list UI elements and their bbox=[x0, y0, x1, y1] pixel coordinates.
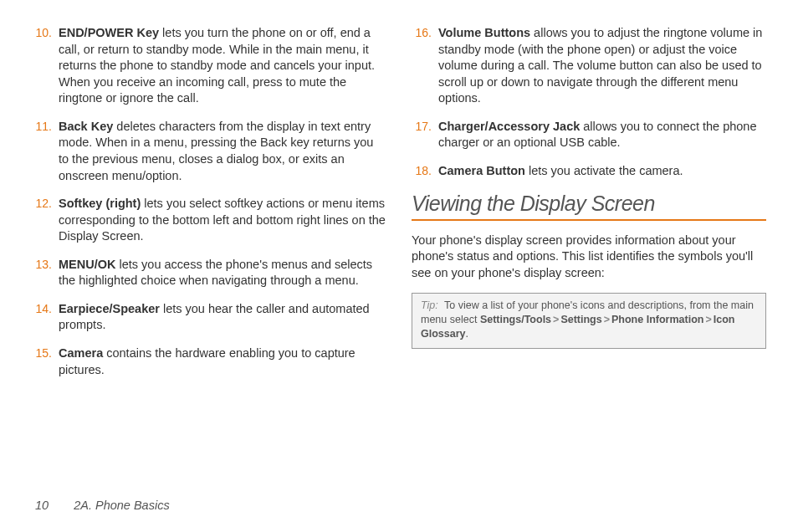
item-body: Charger/Accessory Jack allows you to con… bbox=[438, 119, 766, 151]
item-key: END/POWER Key bbox=[59, 26, 159, 39]
chapter-title: 2A. Phone Basics bbox=[74, 499, 169, 512]
chevron-right-icon: > bbox=[602, 314, 611, 325]
tip-path: Settings/Tools bbox=[480, 314, 551, 325]
item-number: 10. bbox=[32, 25, 59, 107]
item-key: Back Key bbox=[59, 120, 113, 133]
page-content: 10. END/POWER Key lets you turn the phon… bbox=[32, 25, 766, 390]
tip-path: Phone Information bbox=[611, 314, 703, 325]
item-number: 13. bbox=[32, 257, 59, 289]
item-number: 18. bbox=[412, 163, 438, 180]
item-body: END/POWER Key lets you turn the phone on… bbox=[59, 25, 386, 107]
list-item: 14. Earpiece/Speaker lets you hear the c… bbox=[32, 301, 386, 334]
item-number: 11. bbox=[32, 119, 59, 184]
list-item: 15. Camera contains the hardware enablin… bbox=[32, 345, 386, 378]
right-column: 16. Volume Buttons allows you to adjust … bbox=[412, 25, 766, 390]
item-body: Volume Buttons allows you to adjust the … bbox=[438, 25, 766, 107]
list-item: 12. Softkey (right) lets you select soft… bbox=[32, 196, 386, 245]
tip-label: Tip: bbox=[421, 299, 442, 311]
list-item: 18. Camera Button lets you activate the … bbox=[412, 163, 766, 180]
tip-trail: . bbox=[466, 328, 468, 340]
item-number: 14. bbox=[32, 301, 59, 334]
section-intro: Your phone's display screen provides inf… bbox=[412, 233, 766, 282]
item-text: contains the hardware enabling you to ca… bbox=[59, 346, 356, 376]
item-number: 15. bbox=[32, 345, 59, 378]
list-item: 13. MENU/OK lets you access the phone's … bbox=[32, 257, 386, 289]
page-number: 10 bbox=[35, 499, 49, 512]
item-key: Volume Buttons bbox=[438, 26, 530, 39]
item-key: Softkey (right) bbox=[59, 197, 141, 210]
item-key: Camera bbox=[59, 346, 103, 360]
tip-path: Settings bbox=[560, 314, 601, 325]
item-number: 17. bbox=[412, 119, 438, 151]
section-rule bbox=[412, 219, 766, 221]
item-body: MENU/OK lets you access the phone's menu… bbox=[59, 257, 386, 289]
item-text: lets you activate the camera. bbox=[525, 164, 683, 177]
chevron-right-icon: > bbox=[551, 314, 560, 325]
item-number: 16. bbox=[412, 25, 438, 107]
tip-box: Tip: To view a list of your phone's icon… bbox=[412, 293, 766, 349]
item-key: MENU/OK bbox=[59, 258, 115, 271]
item-body: Softkey (right) lets you select softkey … bbox=[59, 196, 386, 245]
item-number: 12. bbox=[32, 196, 59, 245]
list-item: 17. Charger/Accessory Jack allows you to… bbox=[412, 119, 766, 151]
item-key: Camera Button bbox=[438, 164, 525, 177]
item-key: Charger/Accessory Jack bbox=[438, 120, 580, 133]
item-body: Back Key deletes characters from the dis… bbox=[59, 119, 386, 184]
item-key: Earpiece/Speaker bbox=[59, 302, 160, 315]
list-item: 16. Volume Buttons allows you to adjust … bbox=[412, 25, 766, 107]
item-body: Camera contains the hardware enabling yo… bbox=[59, 345, 386, 378]
list-item: 10. END/POWER Key lets you turn the phon… bbox=[32, 25, 386, 107]
item-body: Earpiece/Speaker lets you hear the calle… bbox=[59, 301, 386, 334]
item-body: Camera Button lets you activate the came… bbox=[438, 163, 766, 180]
chevron-right-icon: > bbox=[703, 314, 713, 325]
page-footer: 10 2A. Phone Basics bbox=[35, 499, 170, 512]
list-item: 11. Back Key deletes characters from the… bbox=[32, 119, 386, 184]
section-heading: Viewing the Display Screen bbox=[412, 192, 766, 216]
left-column: 10. END/POWER Key lets you turn the phon… bbox=[32, 25, 386, 390]
